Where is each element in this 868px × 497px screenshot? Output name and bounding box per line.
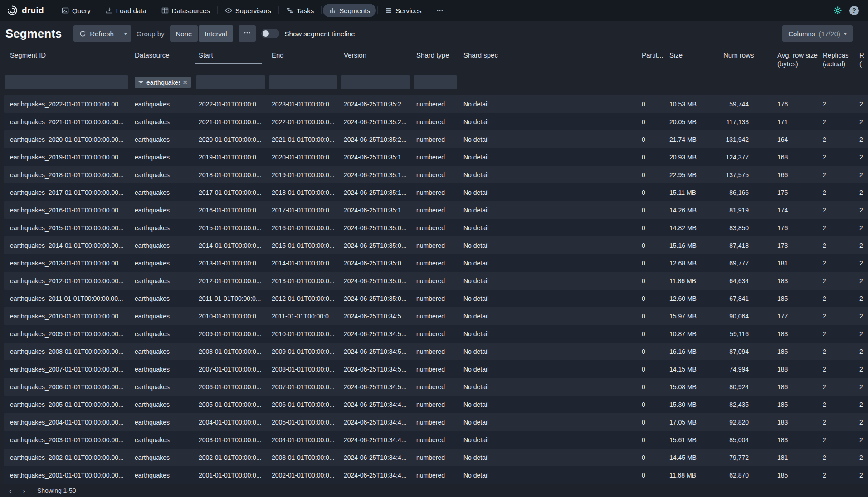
- cell-start[interactable]: 2008-01-01T00:00:0...: [195, 348, 268, 355]
- cell-partition[interactable]: 0: [638, 454, 666, 461]
- cell-partition[interactable]: 0: [638, 242, 666, 249]
- nav-item-query[interactable]: Query: [56, 4, 97, 17]
- cell-num-rows[interactable]: 92,820: [720, 419, 774, 426]
- cell-num-rows[interactable]: 83,850: [720, 224, 774, 232]
- cell-version[interactable]: 2024-06-25T10:35:1...: [340, 154, 413, 161]
- cell-extra[interactable]: 2: [856, 101, 866, 108]
- cell-replicas[interactable]: 2: [819, 330, 856, 338]
- cell-end[interactable]: 2006-01-01T00:00:0...: [268, 401, 340, 408]
- cell-start[interactable]: 2004-01-01T00:00:0...: [195, 419, 268, 426]
- cell-replicas[interactable]: 2: [819, 260, 856, 267]
- cell-shard-spec[interactable]: No detail: [460, 260, 638, 267]
- cell-shard-spec[interactable]: No detail: [460, 330, 638, 338]
- cell-shard-type[interactable]: numbered: [413, 136, 460, 143]
- cell-extra[interactable]: 2: [856, 171, 866, 179]
- cell-extra[interactable]: 2: [856, 295, 866, 302]
- cell-replicas[interactable]: 2: [819, 242, 856, 249]
- cell-shard-type[interactable]: numbered: [413, 295, 460, 302]
- cell-size[interactable]: 15.30 MB: [666, 401, 720, 408]
- cell-shard-spec[interactable]: No detail: [460, 189, 638, 196]
- nav-item-load-data[interactable]: Load data: [100, 4, 152, 17]
- cell-shard-type[interactable]: numbered: [413, 207, 460, 214]
- cell-segment-id[interactable]: earthquakes_2013-01-01T00:00:00.00...: [4, 260, 131, 267]
- settings-gear-icon[interactable]: [833, 6, 842, 15]
- cell-datasource[interactable]: earthquakes: [131, 136, 195, 143]
- cell-replicas[interactable]: 2: [819, 277, 856, 285]
- cell-size[interactable]: 20.05 MB: [666, 118, 720, 125]
- cell-datasource[interactable]: earthquakes: [131, 207, 195, 214]
- cell-datasource[interactable]: earthquakes: [131, 101, 195, 108]
- cell-size[interactable]: 14.26 MB: [666, 207, 720, 214]
- cell-avg-row-size[interactable]: 186: [774, 383, 819, 391]
- cell-extra[interactable]: 2: [856, 348, 866, 355]
- cell-segment-id[interactable]: earthquakes_2022-01-01T00:00:00.00...: [4, 101, 131, 108]
- cell-start[interactable]: 2003-01-01T00:00:0...: [195, 436, 268, 444]
- cell-end[interactable]: 2019-01-01T00:00:0...: [268, 171, 340, 179]
- help-icon[interactable]: ?: [849, 6, 859, 15]
- cell-segment-id[interactable]: earthquakes_2010-01-01T00:00:00.00...: [4, 313, 131, 320]
- cell-extra[interactable]: 2: [856, 189, 866, 196]
- cell-avg-row-size[interactable]: 183: [774, 277, 819, 285]
- cell-datasource[interactable]: earthquakes: [131, 154, 195, 161]
- cell-shard-type[interactable]: numbered: [413, 154, 460, 161]
- nav-item-segments[interactable]: Segments: [323, 4, 376, 17]
- cell-partition[interactable]: 0: [638, 295, 666, 302]
- cell-size[interactable]: 20.93 MB: [666, 154, 720, 161]
- cell-avg-row-size[interactable]: 173: [774, 242, 819, 249]
- cell-partition[interactable]: 0: [638, 136, 666, 143]
- cell-end[interactable]: 2013-01-01T00:00:0...: [268, 277, 340, 285]
- column-header-segment-id[interactable]: Segment ID: [4, 46, 131, 74]
- cell-shard-type[interactable]: numbered: [413, 118, 460, 125]
- cell-size[interactable]: 15.08 MB: [666, 383, 720, 391]
- cell-start[interactable]: 2020-01-01T00:00:0...: [195, 136, 268, 143]
- cell-datasource[interactable]: earthquakes: [131, 366, 195, 373]
- cell-segment-id[interactable]: earthquakes_2020-01-01T00:00:00.00...: [4, 136, 131, 143]
- cell-version[interactable]: 2024-06-25T10:35:0...: [340, 260, 413, 267]
- cell-avg-row-size[interactable]: 181: [774, 454, 819, 461]
- cell-version[interactable]: 2024-06-25T10:35:0...: [340, 295, 413, 302]
- cell-avg-row-size[interactable]: 181: [774, 260, 819, 267]
- cell-size[interactable]: 12.60 MB: [666, 295, 720, 302]
- cell-extra[interactable]: 2: [856, 472, 866, 479]
- cell-avg-row-size[interactable]: 168: [774, 154, 819, 161]
- cell-num-rows[interactable]: 80,924: [720, 383, 774, 391]
- cell-version[interactable]: 2024-06-25T10:35:0...: [340, 224, 413, 232]
- cell-start[interactable]: 2011-01-01T00:00:0...: [195, 295, 268, 302]
- cell-shard-type[interactable]: numbered: [413, 436, 460, 444]
- cell-datasource[interactable]: earthquakes: [131, 313, 195, 320]
- cell-shard-spec[interactable]: No detail: [460, 436, 638, 444]
- cell-shard-spec[interactable]: No detail: [460, 118, 638, 125]
- remove-filter-icon[interactable]: ✕: [182, 79, 188, 86]
- cell-start[interactable]: 2022-01-01T00:00:0...: [195, 101, 268, 108]
- cell-version[interactable]: 2024-06-25T10:35:0...: [340, 242, 413, 249]
- cell-replicas[interactable]: 2: [819, 436, 856, 444]
- cell-partition[interactable]: 0: [638, 154, 666, 161]
- cell-shard-spec[interactable]: No detail: [460, 383, 638, 391]
- cell-avg-row-size[interactable]: 171: [774, 118, 819, 125]
- cell-shard-type[interactable]: numbered: [413, 330, 460, 338]
- cell-replicas[interactable]: 2: [819, 207, 856, 214]
- cell-shard-spec[interactable]: No detail: [460, 348, 638, 355]
- cell-shard-type[interactable]: numbered: [413, 454, 460, 461]
- cell-num-rows[interactable]: 85,004: [720, 436, 774, 444]
- cell-shard-spec[interactable]: No detail: [460, 154, 638, 161]
- cell-avg-row-size[interactable]: 185: [774, 348, 819, 355]
- cell-end[interactable]: 2020-01-01T00:00:0...: [268, 154, 340, 161]
- cell-end[interactable]: 2007-01-01T00:00:0...: [268, 383, 340, 391]
- cell-datasource[interactable]: earthquakes: [131, 171, 195, 179]
- cell-num-rows[interactable]: 64,634: [720, 277, 774, 285]
- cell-replicas[interactable]: 2: [819, 472, 856, 479]
- cell-shard-spec[interactable]: No detail: [460, 171, 638, 179]
- cell-shard-spec[interactable]: No detail: [460, 419, 638, 426]
- cell-segment-id[interactable]: earthquakes_2008-01-01T00:00:00.00...: [4, 348, 131, 355]
- cell-datasource[interactable]: earthquakes: [131, 383, 195, 391]
- cell-version[interactable]: 2024-06-25T10:34:4...: [340, 419, 413, 426]
- cell-end[interactable]: 2014-01-01T00:00:0...: [268, 260, 340, 267]
- column-header-replicas[interactable]: Replicas(actual): [819, 46, 856, 74]
- cell-num-rows[interactable]: 86,166: [720, 189, 774, 196]
- cell-replicas[interactable]: 2: [819, 419, 856, 426]
- cell-partition[interactable]: 0: [638, 118, 666, 125]
- cell-partition[interactable]: 0: [638, 224, 666, 232]
- cell-end[interactable]: 2021-01-01T00:00:0...: [268, 136, 340, 143]
- cell-extra[interactable]: 2: [856, 401, 866, 408]
